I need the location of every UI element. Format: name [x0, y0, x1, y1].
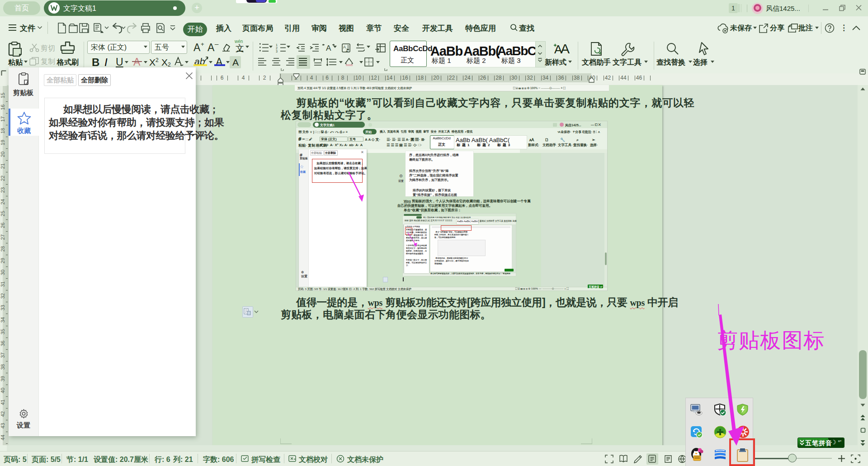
svg-text:2: 2 [276, 47, 278, 50]
svg-text:1: 1 [276, 43, 278, 47]
svg-text:3: 3 [276, 50, 278, 53]
svg-text:A: A [561, 42, 570, 56]
svg-text:A: A [326, 44, 331, 52]
